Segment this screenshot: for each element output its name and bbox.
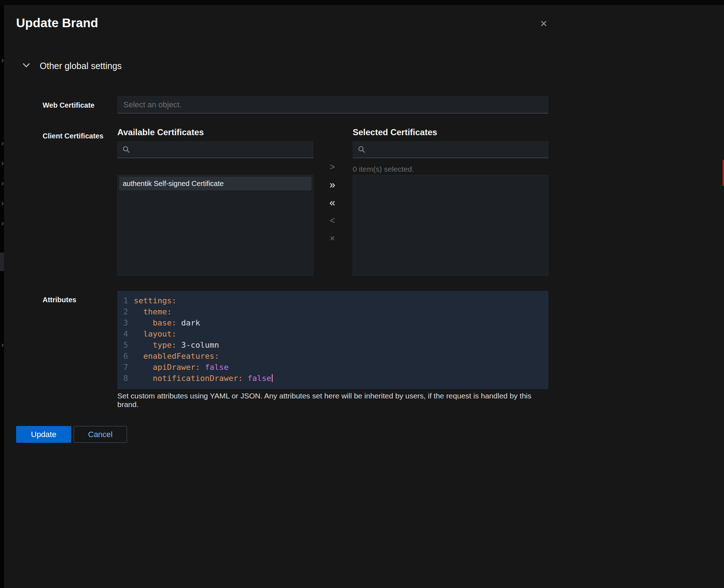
edge-chevron-icon bbox=[0, 202, 4, 206]
transfer-remove-button[interactable]: < bbox=[324, 213, 341, 227]
edge-chevron-icon bbox=[0, 222, 4, 226]
attributes-label: Attributes bbox=[43, 296, 76, 304]
edge-chevron-icon bbox=[0, 162, 4, 166]
chevron-down-icon bbox=[23, 63, 30, 69]
background-page-edge bbox=[0, 5, 4, 588]
available-certificates-list[interactable]: authentik Self-signed Certificate bbox=[117, 175, 313, 276]
edge-active-item bbox=[0, 253, 4, 271]
close-icon: × bbox=[540, 17, 547, 30]
transfer-remove-all-button[interactable]: « bbox=[324, 195, 341, 210]
cancel-button[interactable]: Cancel bbox=[74, 426, 127, 443]
editor-gutter: 12345678 bbox=[117, 295, 134, 389]
selected-search-input[interactable] bbox=[353, 141, 548, 158]
attributes-help: Set custom attributes using YAML or JSON… bbox=[117, 392, 543, 409]
available-certificates-title: Available Certificates bbox=[117, 127, 204, 137]
web-certificate-label: Web Certificate bbox=[43, 101, 94, 109]
background-top-bar bbox=[0, 0, 724, 5]
editor-code: settings: theme: base: dark layout: type… bbox=[134, 295, 548, 389]
client-certificates-label: Client Certificates bbox=[43, 132, 103, 140]
transfer-add-all-button[interactable]: » bbox=[324, 177, 341, 192]
selected-status: 0 item(s) selected. bbox=[353, 165, 414, 173]
close-button[interactable]: × bbox=[536, 16, 552, 31]
transfer-controls: > » « < × bbox=[323, 160, 342, 249]
selected-search bbox=[353, 141, 548, 158]
available-search bbox=[117, 141, 313, 158]
attributes-editor[interactable]: 12345678 settings: theme: base: dark lay… bbox=[117, 291, 548, 389]
edge-chevron-icon bbox=[0, 344, 4, 347]
transfer-delete-button[interactable]: × bbox=[324, 231, 341, 245]
section-toggle-other-global-settings[interactable]: Other global settings bbox=[23, 61, 122, 71]
update-brand-modal: Update Brand × Other global settings Web… bbox=[0, 0, 724, 588]
page-title: Update Brand bbox=[16, 16, 98, 30]
available-search-input[interactable] bbox=[117, 141, 313, 158]
selected-certificates-title: Selected Certificates bbox=[353, 127, 437, 137]
edge-chevron-icon bbox=[0, 142, 4, 146]
selected-certificates-list[interactable] bbox=[353, 175, 548, 276]
web-certificate-input[interactable] bbox=[117, 96, 548, 113]
edge-chevron-icon bbox=[0, 59, 4, 63]
edge-chevron-icon bbox=[0, 182, 4, 186]
section-label: Other global settings bbox=[40, 61, 122, 71]
list-item[interactable]: authentik Self-signed Certificate bbox=[119, 177, 312, 190]
update-button[interactable]: Update bbox=[16, 426, 71, 443]
transfer-add-button[interactable]: > bbox=[324, 160, 341, 174]
danger-edge-strip bbox=[723, 160, 724, 186]
